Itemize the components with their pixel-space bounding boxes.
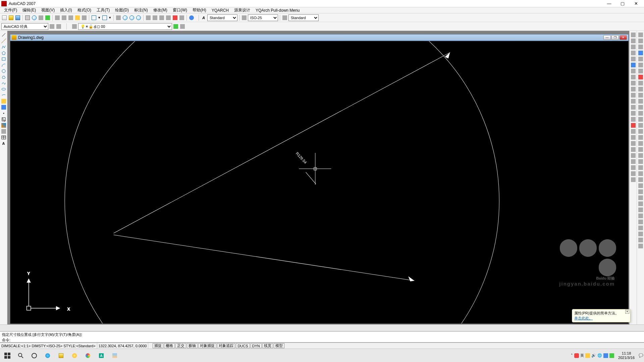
help-button[interactable] — [189, 15, 195, 21]
hatch-button[interactable] — [1, 117, 7, 122]
arc-button[interactable] — [1, 62, 7, 68]
tool-button[interactable] — [638, 50, 644, 56]
drawing-canvas[interactable]: R129.54 X Y — [10, 41, 628, 323]
redo-button[interactable] — [102, 15, 108, 21]
menu-edit[interactable]: 编辑(E) — [20, 7, 39, 13]
layer-combo[interactable]: 💡☀🔓🖨◻ 00 — [78, 23, 172, 30]
tool-button[interactable] — [638, 93, 644, 98]
menu-view[interactable]: 视图(V) — [39, 7, 57, 13]
gradient-button[interactable] — [1, 123, 7, 128]
tool-button[interactable] — [638, 189, 644, 194]
task-explorer-icon[interactable] — [54, 349, 68, 362]
status-otrack-toggle[interactable]: 对象追踪 — [217, 343, 235, 348]
status-coordinates[interactable]: 1322.3024, 874.4257, 0.0000 — [97, 343, 149, 349]
insert-block-button[interactable] — [1, 99, 7, 104]
tool-button[interactable] — [638, 159, 644, 164]
tool-button[interactable] — [638, 237, 644, 243]
task-chrome-icon[interactable] — [81, 349, 95, 362]
tool-button[interactable] — [630, 129, 636, 134]
trim-button[interactable] — [630, 86, 636, 92]
xline-button[interactable] — [1, 38, 7, 44]
tool-button[interactable] — [638, 68, 644, 74]
command-window[interactable]: 指定尺寸线位置或 [多行文字(M)/文字(T)/角度(A)]: 命令: — [0, 331, 644, 343]
tool-button[interactable] — [638, 213, 644, 219]
tool-button[interactable] — [638, 129, 644, 134]
scrollbar-area[interactable] — [0, 324, 644, 331]
workspace-save-button[interactable] — [56, 23, 62, 29]
menu-insert[interactable]: 插入(I) — [57, 7, 74, 13]
undo-dropdown[interactable]: ▾ — [98, 15, 101, 21]
task-app-icon[interactable] — [68, 349, 81, 362]
status-model-toggle[interactable]: 模型 — [274, 343, 284, 348]
ellipse-arc-button[interactable] — [1, 93, 7, 98]
balloon-link[interactable]: 单击此处。 — [574, 316, 593, 320]
menu-draw[interactable]: 绘图(D) — [112, 7, 131, 13]
tray-clock[interactable]: 11:18 2021/3/16 — [615, 351, 637, 360]
tray-app-icon[interactable] — [585, 353, 590, 358]
tool-button[interactable] — [638, 105, 644, 110]
open-button[interactable] — [8, 15, 14, 21]
markup-button[interactable] — [172, 15, 178, 21]
extend-button[interactable] — [630, 93, 636, 98]
undo-button[interactable] — [91, 15, 97, 21]
tool-button[interactable] — [638, 195, 644, 200]
tool-button[interactable] — [638, 165, 644, 170]
dimstyle-combo[interactable]: ISO-25 — [248, 14, 278, 21]
tool-button[interactable] — [638, 153, 644, 158]
new-button[interactable] — [1, 15, 7, 21]
menu-yqarch[interactable]: YQARCH — [209, 8, 231, 13]
tool-button[interactable] — [638, 231, 644, 237]
task-app2-icon[interactable] — [108, 349, 121, 362]
status-dyn-toggle[interactable]: DYN — [251, 343, 262, 348]
tool-button[interactable] — [638, 86, 644, 92]
cut-button[interactable] — [54, 15, 60, 21]
tool-button[interactable] — [638, 243, 644, 249]
designcenter-button[interactable] — [152, 15, 158, 21]
document-titlebar[interactable]: Drawing1.dwg — ❐ ✕ — [10, 34, 629, 41]
tool-button[interactable] — [638, 44, 644, 50]
status-grid-toggle[interactable]: 栅格 — [164, 343, 175, 348]
system-tray[interactable]: ˄ 英 🔊 🌐 11:18 2021/3/16 💬 — [571, 351, 643, 360]
start-button[interactable] — [1, 349, 14, 362]
tool-button[interactable] — [630, 177, 636, 182]
menu-file[interactable]: 文件(F) — [1, 7, 20, 13]
balloon-close-button[interactable]: × — [625, 310, 629, 314]
tool-button[interactable] — [638, 38, 644, 44]
tray-app-icon[interactable] — [603, 353, 608, 358]
scale-button[interactable] — [630, 74, 636, 80]
sheetset-button[interactable] — [165, 15, 171, 21]
stretch-button[interactable] — [630, 80, 636, 86]
array-button[interactable] — [630, 56, 636, 62]
publish-button[interactable] — [38, 15, 44, 21]
tool-button[interactable] — [81, 15, 87, 21]
copy-obj-button[interactable] — [630, 38, 636, 44]
tool-button[interactable] — [638, 123, 644, 128]
tool-button[interactable] — [638, 177, 644, 182]
tool-button[interactable] — [638, 99, 644, 104]
zoom-window-button[interactable] — [129, 15, 135, 21]
erase-button[interactable] — [630, 32, 636, 38]
layer-manager-button[interactable] — [71, 23, 77, 29]
tray-volume-icon[interactable]: 🔊 — [591, 353, 596, 358]
menu-window[interactable]: 窗口(W) — [170, 7, 190, 13]
tool-button[interactable] — [630, 141, 636, 146]
tool-button[interactable] — [630, 147, 636, 152]
fillet-button[interactable] — [630, 117, 636, 122]
tray-network-icon[interactable]: 🌐 — [597, 353, 602, 358]
doc-close-button[interactable]: ✕ — [620, 35, 627, 40]
tool-button[interactable] — [638, 62, 644, 68]
task-autocad-icon[interactable]: A — [95, 349, 108, 362]
status-osnap-toggle[interactable]: 对象捕捉 — [198, 343, 216, 348]
plot-preview-button[interactable] — [31, 15, 37, 21]
paste-button[interactable] — [68, 15, 74, 21]
pline-button[interactable] — [1, 44, 7, 50]
tool-button[interactable] — [638, 80, 644, 86]
tool-button[interactable] — [638, 74, 644, 80]
doc-restore-button[interactable]: ❐ — [611, 35, 619, 40]
tray-ime-indicator[interactable]: 英 — [580, 353, 584, 358]
tool-button[interactable] — [630, 171, 636, 176]
break-button[interactable] — [630, 99, 636, 104]
make-block-button[interactable] — [1, 105, 7, 110]
maximize-button[interactable]: ▢ — [616, 0, 629, 7]
spline-button[interactable] — [1, 80, 7, 86]
